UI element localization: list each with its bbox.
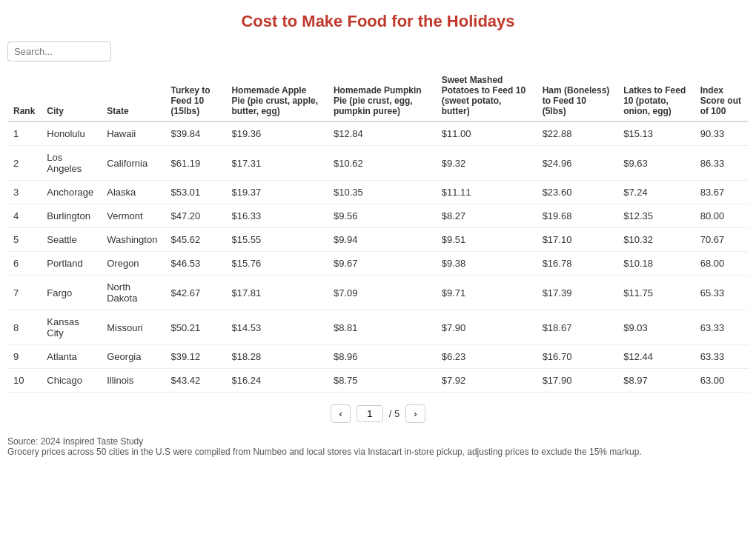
cell-pumpkin_pie: $9.56 — [328, 204, 436, 228]
cell-pumpkin_pie: $10.62 — [328, 146, 436, 181]
cell-turkey: $46.53 — [165, 252, 226, 276]
next-page-button[interactable]: › — [405, 404, 425, 423]
col-latkes: Latkes to Feed 10 (potato, onion, egg) — [617, 70, 694, 121]
cell-index: 86.33 — [694, 146, 749, 181]
cell-turkey: $39.84 — [165, 121, 226, 146]
cell-pumpkin_pie: $10.35 — [328, 181, 436, 204]
cell-pumpkin_pie: $8.81 — [328, 310, 436, 345]
cell-latkes: $7.24 — [617, 181, 694, 204]
cell-city: Atlanta — [41, 345, 101, 369]
cell-pumpkin_pie: $7.09 — [328, 276, 436, 310]
cell-city: Seattle — [41, 228, 101, 252]
cell-index: 63.33 — [694, 310, 749, 345]
col-index: Index Score out of 100 — [694, 70, 749, 121]
cell-rank: 9 — [7, 345, 41, 369]
col-rank: Rank — [7, 70, 41, 121]
cell-state: Alaska — [101, 181, 165, 204]
cell-index: 63.00 — [694, 369, 749, 393]
cell-rank: 4 — [7, 204, 41, 228]
col-state: State — [101, 70, 165, 121]
cell-city: Chicago — [41, 369, 101, 393]
cell-state: Missouri — [101, 310, 165, 345]
footer-source: Source: 2024 Inspired Taste Study — [7, 436, 749, 447]
footer: Source: 2024 Inspired Taste Study Grocer… — [7, 436, 749, 457]
cell-index: 83.67 — [694, 181, 749, 204]
cell-latkes: $10.18 — [617, 252, 694, 276]
col-apple-pie: Homemade Apple Pie (pie crust, apple, bu… — [225, 70, 328, 121]
cell-rank: 2 — [7, 146, 41, 181]
col-pumpkin-pie: Homemade Pumpkin Pie (pie crust, egg, pu… — [328, 70, 436, 121]
cell-rank: 6 — [7, 252, 41, 276]
footer-note: Grocery prices across 50 cities in the U… — [7, 447, 749, 457]
cell-index: 65.33 — [694, 276, 749, 310]
cell-state: Georgia — [101, 345, 165, 369]
cell-sweet_potato: $7.92 — [436, 369, 537, 393]
table-row: 9AtlantaGeorgia$39.12$18.28$8.96$6.23$16… — [7, 345, 749, 369]
cell-latkes: $15.13 — [617, 121, 694, 146]
pagination: ‹ / 5 › — [7, 404, 749, 423]
cell-apple_pie: $19.37 — [225, 181, 328, 204]
cell-rank: 1 — [7, 121, 41, 146]
cell-turkey: $42.67 — [165, 276, 226, 310]
cell-state: Oregon — [101, 252, 165, 276]
cell-sweet_potato: $11.00 — [436, 121, 537, 146]
cell-turkey: $39.12 — [165, 345, 226, 369]
cell-turkey: $50.21 — [165, 310, 226, 345]
col-ham: Ham (Boneless) to Feed 10 (5lbs) — [537, 70, 618, 121]
cell-ham: $17.90 — [537, 369, 618, 393]
cell-index: 90.33 — [694, 121, 749, 146]
table-row: 3AnchorageAlaska$53.01$19.37$10.35$11.11… — [7, 181, 749, 204]
table-row: 4BurlingtonVermont$47.20$16.33$9.56$8.27… — [7, 204, 749, 228]
cell-turkey: $61.19 — [165, 146, 226, 181]
cell-sweet_potato: $9.51 — [436, 228, 537, 252]
cell-city: Kansas City — [41, 310, 101, 345]
table-row: 10ChicagoIllinois$43.42$16.24$8.75$7.92$… — [7, 369, 749, 393]
cell-turkey: $45.62 — [165, 228, 226, 252]
cell-index: 70.67 — [694, 228, 749, 252]
cell-sweet_potato: $8.27 — [436, 204, 537, 228]
cell-sweet_potato: $9.71 — [436, 276, 537, 310]
cell-latkes: $9.63 — [617, 146, 694, 181]
search-container — [7, 41, 749, 61]
cell-pumpkin_pie: $9.94 — [328, 228, 436, 252]
cell-latkes: $11.75 — [617, 276, 694, 310]
table-row: 2Los AngelesCalifornia$61.19$17.31$10.62… — [7, 146, 749, 181]
prev-page-button[interactable]: ‹ — [331, 404, 350, 423]
cell-rank: 7 — [7, 276, 41, 310]
table-header-row: Rank City State Turkey to Feed 10 (15lbs… — [7, 70, 749, 121]
cell-state: Hawaii — [101, 121, 165, 146]
cell-ham: $16.78 — [537, 252, 618, 276]
cell-apple_pie: $14.53 — [225, 310, 328, 345]
cell-ham: $24.96 — [537, 146, 618, 181]
page-number-input[interactable] — [357, 405, 383, 422]
cell-latkes: $8.97 — [617, 369, 694, 393]
cell-latkes: $9.03 — [617, 310, 694, 345]
cell-rank: 5 — [7, 228, 41, 252]
cell-city: Los Angeles — [41, 146, 101, 181]
cell-apple_pie: $19.36 — [225, 121, 328, 146]
cell-apple_pie: $15.76 — [225, 252, 328, 276]
cell-sweet_potato: $9.38 — [436, 252, 537, 276]
cell-turkey: $43.42 — [165, 369, 226, 393]
col-city: City — [41, 70, 101, 121]
table-body: 1HonoluluHawaii$39.84$19.36$12.84$11.00$… — [7, 121, 749, 393]
cell-index: 63.33 — [694, 345, 749, 369]
page-title: Cost to Make Food for the Holidays — [7, 12, 749, 31]
cell-city: Portland — [41, 252, 101, 276]
cell-index: 80.00 — [694, 204, 749, 228]
cell-apple_pie: $17.31 — [225, 146, 328, 181]
cell-apple_pie: $16.24 — [225, 369, 328, 393]
cell-state: North Dakota — [101, 276, 165, 310]
table-row: 7FargoNorth Dakota$42.67$17.81$7.09$9.71… — [7, 276, 749, 310]
cell-state: Vermont — [101, 204, 165, 228]
search-input[interactable] — [7, 41, 111, 61]
cell-latkes: $12.44 — [617, 345, 694, 369]
table-row: 8Kansas CityMissouri$50.21$14.53$8.81$7.… — [7, 310, 749, 345]
cell-ham: $18.67 — [537, 310, 618, 345]
col-sweet-potato: Sweet Mashed Potatoes to Feed 10 (sweet … — [436, 70, 537, 121]
cell-sweet_potato: $6.23 — [436, 345, 537, 369]
data-table: Rank City State Turkey to Feed 10 (15lbs… — [7, 70, 749, 393]
cell-latkes: $10.32 — [617, 228, 694, 252]
cell-sweet_potato: $7.90 — [436, 310, 537, 345]
cell-ham: $23.60 — [537, 181, 618, 204]
